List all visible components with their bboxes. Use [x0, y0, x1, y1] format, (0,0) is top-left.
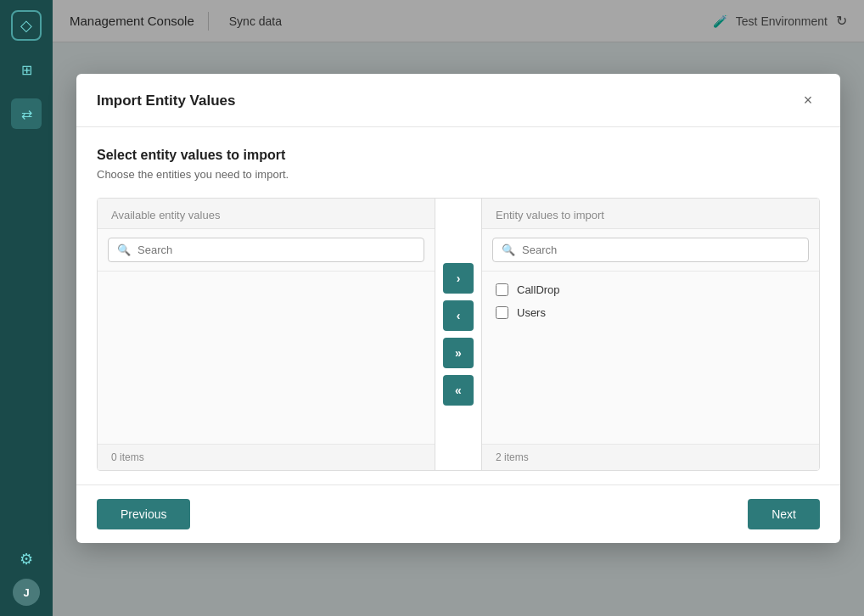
right-search-box: 🔍: [492, 238, 809, 262]
double-chevron-right-icon: »: [455, 346, 462, 360]
chevron-left-icon: ‹: [457, 309, 461, 322]
right-search-icon: 🔍: [502, 244, 515, 256]
left-search-input[interactable]: [137, 244, 415, 256]
left-panel-header: Available entity values: [98, 199, 435, 229]
modal-footer: Previous Next: [76, 484, 840, 543]
sidebar-item-grid[interactable]: ⊞: [11, 54, 42, 85]
calldrop-checkbox[interactable]: [496, 283, 508, 296]
left-panel-search-container: 🔍: [98, 229, 435, 272]
left-panel-list: [98, 272, 435, 444]
left-panel: Available entity values 🔍 0 items: [98, 199, 435, 470]
main-area: Management Console Sync data 🧪 Test Envi…: [53, 0, 864, 616]
modal-subtitle: Select entity values to import: [97, 148, 820, 163]
settings-gear-icon[interactable]: ⚙: [20, 550, 33, 568]
right-panel-header: Entity values to import: [482, 199, 819, 229]
left-search-box: 🔍: [108, 238, 424, 262]
sidebar-item-sync[interactable]: ⇄: [11, 98, 42, 129]
chevron-right-icon: ›: [457, 272, 461, 285]
previous-button[interactable]: Previous: [97, 499, 190, 529]
modal: Import Entity Values × Select entity val…: [76, 74, 840, 543]
right-search-input[interactable]: [522, 244, 799, 256]
sidebar-bottom: ⚙ J: [13, 550, 40, 606]
users-label: Users: [517, 306, 546, 319]
modal-close-button[interactable]: ×: [796, 89, 820, 113]
grid-icon: ⊞: [21, 62, 32, 78]
right-panel-list: CallDrop Users: [482, 272, 819, 444]
move-all-right-button[interactable]: »: [443, 338, 474, 368]
modal-title: Import Entity Values: [97, 92, 235, 109]
right-panel: Entity values to import 🔍 CallDrop: [482, 199, 819, 470]
right-panel-footer: 2 items: [482, 444, 819, 470]
right-panel-search-container: 🔍: [482, 229, 819, 272]
list-item: Users: [492, 301, 809, 324]
sync-icon: ⇄: [21, 106, 32, 122]
modal-body: Select entity values to import Choose th…: [76, 127, 840, 484]
move-all-left-button[interactable]: «: [443, 375, 474, 406]
left-search-icon: 🔍: [117, 244, 131, 256]
users-checkbox[interactable]: [496, 306, 508, 319]
move-left-button[interactable]: ‹: [443, 300, 474, 331]
calldrop-label: CallDrop: [517, 283, 560, 296]
sidebar: ◇ ⊞ ⇄ ⚙ J: [0, 0, 53, 616]
modal-description: Choose the entities you need to import.: [97, 168, 820, 181]
left-panel-footer: 0 items: [98, 444, 435, 470]
double-chevron-left-icon: «: [455, 384, 462, 397]
next-button[interactable]: Next: [748, 499, 820, 529]
modal-header: Import Entity Values ×: [76, 74, 840, 127]
modal-overlay: Import Entity Values × Select entity val…: [53, 0, 864, 616]
avatar[interactable]: J: [13, 579, 40, 606]
list-item: CallDrop: [492, 278, 809, 301]
transfer-controls: › ‹ » «: [435, 199, 482, 470]
logo-icon: ◇: [20, 16, 32, 35]
transfer-area: Available entity values 🔍 0 items: [97, 198, 820, 471]
move-right-button[interactable]: ›: [443, 263, 474, 294]
sidebar-logo[interactable]: ◇: [11, 10, 42, 41]
close-icon: ×: [804, 92, 813, 109]
